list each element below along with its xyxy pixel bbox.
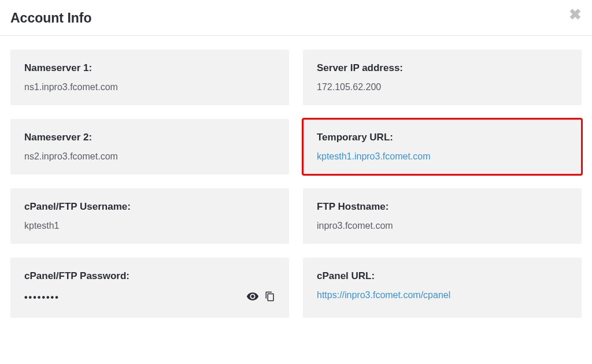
cpanel-username-label: cPanel/FTP Username: [24, 201, 275, 213]
nameserver1-label: Nameserver 1: [24, 62, 275, 74]
cpanel-url-label: cPanel URL: [317, 270, 568, 282]
cpanel-username-value: kptesth1 [24, 221, 275, 231]
ftp-hostname-label: FTP Hostname: [317, 201, 568, 213]
temporary-url-cell: Temporary URL: kptesth1.inpro3.fcomet.co… [303, 119, 582, 174]
password-masked-value: •••••••• [24, 292, 60, 303]
nameserver2-value: ns2.inpro3.fcomet.com [24, 151, 275, 162]
copy-password-icon[interactable] [265, 291, 275, 304]
password-actions [246, 290, 275, 305]
cpanel-url-cell: cPanel URL: https://inpro3.fcomet.com/cp… [303, 258, 582, 318]
info-grid: Nameserver 1: ns1.inpro3.fcomet.com Serv… [0, 36, 592, 332]
nameserver1-value: ns1.inpro3.fcomet.com [24, 82, 275, 92]
cpanel-password-cell: cPanel/FTP Password: •••••••• [10, 258, 289, 318]
nameserver2-label: Nameserver 2: [24, 132, 275, 143]
temporary-url-link[interactable]: kptesth1.inpro3.fcomet.com [317, 151, 568, 162]
ftp-hostname-value: inpro3.fcomet.com [317, 221, 568, 231]
ftp-hostname-cell: FTP Hostname: inpro3.fcomet.com [303, 188, 582, 244]
nameserver2-cell: Nameserver 2: ns2.inpro3.fcomet.com [10, 119, 289, 174]
server-ip-cell: Server IP address: 172.105.62.200 [303, 50, 582, 105]
password-row: •••••••• [24, 290, 275, 305]
temporary-url-label: Temporary URL: [317, 132, 568, 143]
cpanel-url-link[interactable]: https://inpro3.fcomet.com/cpanel [317, 290, 568, 300]
cpanel-password-label: cPanel/FTP Password: [24, 270, 275, 282]
server-ip-label: Server IP address: [317, 62, 568, 74]
nameserver1-cell: Nameserver 1: ns1.inpro3.fcomet.com [10, 50, 289, 105]
page-title: Account Info [10, 10, 92, 26]
cpanel-username-cell: cPanel/FTP Username: kptesth1 [10, 188, 289, 244]
close-icon[interactable]: ✖ [569, 7, 582, 22]
reveal-password-icon[interactable] [246, 290, 259, 305]
modal-header: Account Info ✖ [0, 0, 592, 36]
server-ip-value: 172.105.62.200 [317, 82, 568, 92]
